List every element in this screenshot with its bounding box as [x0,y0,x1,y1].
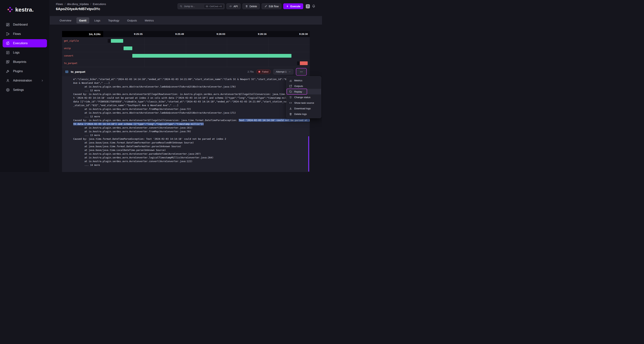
executions-icon [6,41,10,45]
gantt-body: get_zipfileunzipconvertto_parquet [62,37,310,67]
menu-item-metrics[interactable]: Metrics [286,78,321,83]
gantt-bar-red[interactable] [300,61,308,65]
annotation-box-more [296,68,307,76]
edit-flow-button[interactable]: Edit flow [262,3,282,9]
help-button[interactable]: ? [306,4,310,9]
topbar: Flows/dev.divvy_tripdata/Executions 6Apo… [50,0,322,16]
sidebar-nav: DashboardFlowsExecutionsLogsBlueprintsPl… [0,19,50,95]
menu-item-label: Outputs [294,85,303,87]
attempt-dropdown[interactable]: Attempt 1 [273,69,293,74]
timeline-tick: 9:26:03 [186,31,227,37]
log-selection: th data ["2024-02-03 14:14:18"] and sche… [73,123,204,125]
sidebar-item-label: Logs [13,51,20,54]
menu-item-change-status[interactable]: Change status [286,94,321,100]
chevron-down-icon [288,71,291,73]
delete-button[interactable]: Delete [242,3,260,9]
menu-item-show-task-source[interactable]: Show task source [286,100,321,106]
kestra-logo-icon [7,7,13,13]
gantt-row-to-parquet[interactable]: to_parquet [62,60,310,67]
sidebar-item-plugins[interactable]: Plugins [2,67,47,75]
sidebar-item-administration[interactable]: Administration [2,76,47,85]
breadcrumb-item-flows[interactable]: Flows [56,3,63,6]
log-line: Caused by: io.kestra.plugin.serdes.avro.… [62,118,310,122]
status-badge: Failed [256,69,271,74]
gantt-bar-green[interactable] [111,39,123,43]
gantt-row-unzip[interactable]: unzip [62,45,310,52]
log-panel[interactable]: e":"classic_bike","started_at":"2024-02-… [62,76,310,172]
trash-icon [245,5,248,8]
log-line: ... 13 more [62,133,310,137]
timeline-tick: 9:26:30 [268,31,310,37]
menu-item-outputs[interactable]: Outputs [286,83,321,89]
gantt-bar-dark[interactable] [108,39,111,43]
administration-icon [6,79,10,83]
gantt-task-label: get_zipfile [64,40,79,42]
logo[interactable]: kestra. [0,0,50,19]
gantt-bar-green[interactable] [124,47,132,50]
app-window: kestra. DashboardFlowsExecutionsLogsBlue… [0,0,322,172]
task-more-button[interactable] [297,69,306,75]
sidebar-item-label: Settings [13,88,24,92]
search-input[interactable] [184,5,202,8]
sidebar-item-logs[interactable]: Logs [2,49,47,57]
keyboard-icon [206,5,208,8]
log-line: ... 12 more [62,115,310,118]
tab-overview[interactable]: Overview [57,17,74,24]
sidebar-item-flows[interactable]: Flows [2,30,47,38]
gantt-row-convert[interactable]: convert [62,52,310,60]
sidebar-item-dashboard[interactable]: Dashboard [2,21,47,29]
breadcrumb-item-dev-divvy-tripdata[interactable]: dev.divvy_tripdata [67,3,89,6]
topbar-controls: Ctrl/Cmd + K API Delete Edit flow [178,3,316,9]
tab-metrics[interactable]: Metrics [142,17,156,24]
page-title: 6ApoZGtyeArfdB7xtpv3Yc [56,7,106,11]
change-status-icon [289,96,292,99]
sidebar-item-label: Executions [13,42,28,45]
gantt-bar-dark[interactable] [297,61,300,65]
menu-item-download-logs[interactable]: Download logs [286,106,321,111]
blueprints-icon [6,60,10,64]
task-detail-header: to_parquet 2.75s Failed Attempt 1 [62,67,310,76]
sidebar-item-blueprints[interactable]: Blueprints [2,58,47,66]
log-line: t '2024-02-03 14:14:18' could not be par… [62,96,310,100]
bell-icon[interactable] [312,4,316,8]
breadcrumb: Flows/dev.divvy_tripdata/Executions [56,3,106,6]
log-line: at io.kestra.plugin.serdes.avro.AvroConv… [62,107,310,111]
tab-topology[interactable]: Topology [105,17,122,24]
search-icon [180,5,182,8]
sidebar-item-settings[interactable]: Settings [2,86,47,94]
log-selection: Text '2024-02-03 14:14:18' could not be … [239,119,310,122]
tab-logs[interactable]: Logs [92,17,103,24]
breadcrumb-item-executions[interactable]: Executions [93,3,106,6]
dashboard-icon [6,23,10,27]
sidebar-item-executions[interactable]: Executions [2,39,47,47]
tab-gantt[interactable]: Gantt [76,17,89,24]
download-icon [289,107,292,110]
gantt-bar-green[interactable] [132,54,291,58]
sidebar-item-label: Blueprints [13,60,26,64]
outputs-icon [289,85,292,88]
timeline-tick: 9:26:16 [227,31,268,37]
log-line: at io.kestra.plugin.serdes.avro.AvroConv… [62,130,310,133]
logo-text: kestra. [15,7,34,13]
shortcut-badge: Ctrl/Cmd + K [204,4,224,9]
menu-item-replay[interactable]: Replay [286,89,321,94]
api-button[interactable]: API [226,3,240,9]
logs-icon [6,51,10,55]
log-line: at java.base/java.time.format.DateTimeFo… [62,144,310,148]
gantt-row-get-zipfile[interactable]: get_zipfile [62,37,310,45]
breadcrumb-separator: / [65,3,66,6]
main-area: Flows/dev.divvy_tripdata/Executions 6Apo… [50,0,322,172]
menu-item-label: Replay [294,90,302,93]
log-line: at io.kestra.plugin.serdes.avro.AvroConv… [62,126,310,130]
tabbar: OverviewGanttLogsTopologyOutputsMetrics [50,16,322,25]
task-name: to_parquet [71,70,85,73]
log-line: ... 12 more [62,89,310,92]
log-line: ... 14 more [62,163,310,167]
jump-to-search[interactable]: Ctrl/Cmd + K [178,3,224,9]
pencil-icon [264,5,267,8]
execute-button[interactable]: Execute [283,3,303,9]
log-line: at io.kestra.plugin.serdes.avro.Abstract… [62,85,310,89]
tab-outputs[interactable]: Outputs [124,17,140,24]
log-scrollbar[interactable] [308,136,309,172]
menu-item-delete-logs[interactable]: Delete logs [286,111,321,117]
